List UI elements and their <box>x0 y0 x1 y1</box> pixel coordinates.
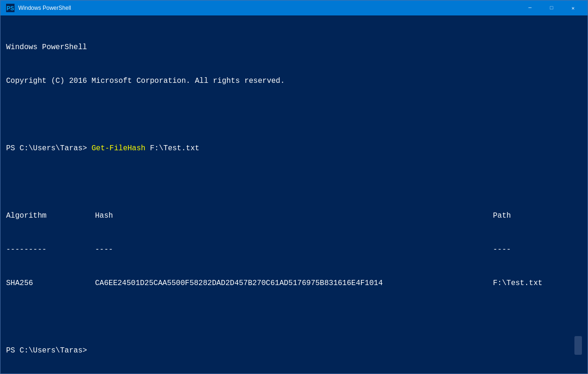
maximize-button[interactable]: □ <box>541 0 562 15</box>
console-area[interactable]: Windows PowerShell Copyright (C) 2016 Mi… <box>0 15 588 374</box>
command-args: F:\Test.txt <box>146 144 199 153</box>
line-blank-3 <box>6 311 582 323</box>
console-output: Windows PowerShell Copyright (C) 2016 Mi… <box>6 19 582 374</box>
col-algorithm-header: Algorithm <box>6 210 95 221</box>
sep-path: ---- <box>493 245 511 254</box>
line-final-prompt: PS C:\Users\Taras> <box>6 345 582 356</box>
col-path-header: Path <box>493 212 511 220</box>
powershell-icon: PS <box>6 4 15 12</box>
val-path: F:\Test.txt <box>493 279 543 287</box>
window-title: Windows PowerShell <box>18 5 71 11</box>
powershell-window: PS Windows PowerShell ─ □ ✕ Windows Powe… <box>0 0 588 374</box>
line-blank-2 <box>6 176 582 188</box>
col-hash-header: Hash <box>95 210 493 221</box>
sep-algorithm: --------- <box>6 244 95 255</box>
line-separators: ----------------- <box>6 244 582 255</box>
prompt-1: PS C:\Users\Taras> <box>6 144 91 153</box>
sep-hash: ---- <box>95 244 493 255</box>
line-data-row: SHA256CA6EE24501D25CAA5500F58282DAD2D457… <box>6 278 582 289</box>
line-copyright: Copyright (C) 2016 Microsoft Corporation… <box>6 75 582 87</box>
line-blank-1 <box>6 109 582 120</box>
line-powershell-title: Windows PowerShell <box>6 42 582 53</box>
window-controls: ─ □ ✕ <box>519 0 584 15</box>
line-headers: AlgorithmHashPath <box>6 210 582 221</box>
scrollbar[interactable] <box>574 336 582 355</box>
titlebar: PS Windows PowerShell ─ □ ✕ <box>0 0 588 15</box>
svg-text:PS: PS <box>7 5 14 12</box>
command-name: Get-FileHash <box>91 144 145 153</box>
val-algorithm: SHA256 <box>6 278 95 289</box>
val-hash: CA6EE24501D25CAA5500F58282DAD2D457B270C6… <box>95 278 493 289</box>
minimize-button[interactable]: ─ <box>519 0 541 15</box>
line-command: PS C:\Users\Taras> Get-FileHash F:\Test.… <box>6 143 582 154</box>
titlebar-left: PS Windows PowerShell <box>6 4 71 12</box>
close-button[interactable]: ✕ <box>562 0 584 15</box>
